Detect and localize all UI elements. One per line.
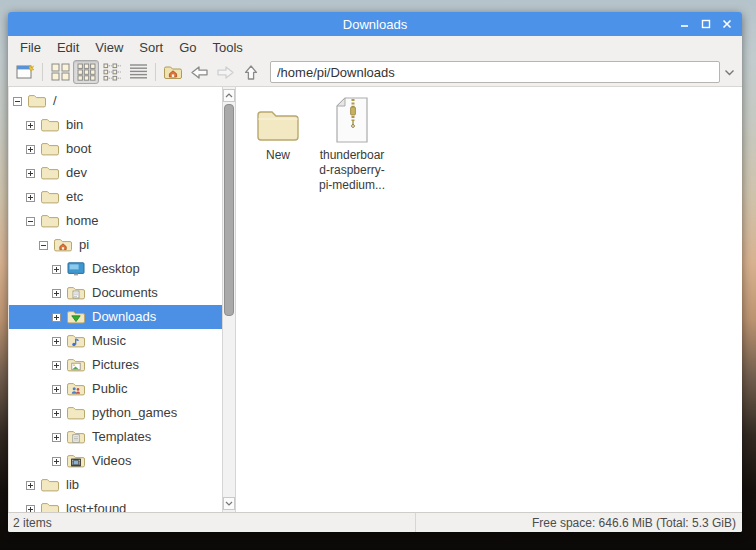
close-icon[interactable] [720, 17, 734, 31]
expand-plus-icon[interactable] [26, 193, 35, 202]
tree-item-label: boot [66, 137, 91, 161]
minimize-icon[interactable] [678, 17, 692, 31]
folder-icon [40, 189, 60, 205]
tree-item-documents[interactable]: Documents [9, 281, 222, 305]
tree-item-lib[interactable]: lib [9, 473, 222, 497]
expand-plus-icon[interactable] [52, 289, 61, 298]
tree-item-label: lib [66, 473, 79, 497]
tree-item-dev[interactable]: dev [9, 161, 222, 185]
music-folder-icon [66, 333, 86, 349]
toolbar-separator [42, 63, 43, 81]
compact-view-button[interactable] [99, 60, 125, 84]
window-title: Downloads [343, 17, 407, 32]
folder-icon [40, 501, 60, 512]
collapse-minus-icon[interactable] [13, 97, 22, 106]
expand-plus-icon[interactable] [52, 265, 61, 274]
new-window-icon [16, 64, 34, 80]
collapse-minus-icon[interactable] [39, 241, 48, 250]
collapse-minus-icon[interactable] [26, 217, 35, 226]
file-item-thunderboar[interactable]: thunderboard-raspberry-pi-medium... [316, 95, 388, 193]
file-item-new[interactable]: New [242, 95, 314, 163]
tree-item-videos[interactable]: Videos [9, 449, 222, 473]
expand-plus-icon[interactable] [26, 481, 35, 490]
menu-view[interactable]: View [87, 38, 131, 57]
tree-item-label: pi [79, 233, 89, 257]
downloads-folder-icon [66, 309, 86, 325]
tree-item-label: Desktop [92, 257, 140, 281]
tree-item-etc[interactable]: etc [9, 185, 222, 209]
detailed-list-view-button[interactable] [125, 60, 151, 84]
tree-item--[interactable]: / [9, 89, 222, 113]
expand-plus-icon[interactable] [26, 169, 35, 178]
tree-item-templates[interactable]: Templates [9, 425, 222, 449]
content-area: /binbootdevetchomepiDesktopDocumentsDown… [8, 87, 742, 512]
up-button[interactable] [238, 60, 264, 84]
file-list-pane[interactable]: Newthunderboard-raspberry-pi-medium... [236, 87, 742, 512]
icon-view-button[interactable] [47, 60, 73, 84]
menu-edit[interactable]: Edit [49, 38, 87, 57]
folder-icon [40, 141, 60, 157]
tree-item-pictures[interactable]: Pictures [9, 353, 222, 377]
public-folder-icon [66, 381, 86, 397]
expand-plus-icon[interactable] [52, 313, 61, 322]
folder-icon [40, 213, 60, 229]
expand-plus-icon[interactable] [52, 361, 61, 370]
scrollbar-thumb[interactable] [224, 104, 234, 316]
tree-item-label: Templates [92, 425, 151, 449]
maximize-icon[interactable] [699, 17, 713, 31]
templates-folder-icon [66, 429, 86, 445]
expand-plus-icon[interactable] [26, 145, 35, 154]
sidebar-scrollbar[interactable] [222, 87, 236, 512]
icon-view-icon [51, 63, 70, 81]
scroll-up-icon[interactable] [223, 89, 235, 102]
expand-plus-icon[interactable] [26, 505, 35, 513]
path-input[interactable] [270, 61, 720, 83]
path-dropdown-button[interactable] [720, 61, 738, 83]
tree-item-label: Documents [92, 281, 158, 305]
chevron-down-icon [724, 69, 735, 76]
new-window-button[interactable] [12, 60, 38, 84]
tree-item-public[interactable]: Public [9, 377, 222, 401]
titlebar[interactable]: Downloads [8, 12, 742, 36]
home-button[interactable] [160, 60, 186, 84]
tree-item-downloads[interactable]: Downloads [9, 305, 222, 329]
forward-button[interactable] [212, 60, 238, 84]
home-folder-icon [163, 64, 183, 81]
expand-plus-icon[interactable] [52, 457, 61, 466]
expand-plus-icon[interactable] [52, 337, 61, 346]
menu-sort[interactable]: Sort [131, 38, 171, 57]
tree-item-lost-found[interactable]: lost+found [9, 497, 222, 512]
back-button[interactable] [186, 60, 212, 84]
menu-file[interactable]: File [12, 38, 49, 57]
folder-icon [66, 405, 86, 421]
file-item-label: New [266, 148, 290, 163]
tree-item-label: bin [66, 113, 83, 137]
expand-plus-icon[interactable] [52, 385, 61, 394]
tree-item-pi[interactable]: pi [9, 233, 222, 257]
file-item-label: thunderboard-raspberry-pi-medium... [319, 148, 385, 193]
menu-tools[interactable]: Tools [205, 38, 251, 57]
expand-plus-icon[interactable] [52, 433, 61, 442]
thumbnail-view-button[interactable] [73, 60, 99, 84]
detailed-list-icon [129, 63, 148, 81]
tree-item-label: Public [92, 377, 127, 401]
scroll-down-icon[interactable] [223, 497, 235, 510]
zip-file-icon [336, 95, 368, 143]
folder-icon [40, 165, 60, 181]
tree-item-label: lost+found [66, 497, 126, 512]
menu-go[interactable]: Go [171, 38, 204, 57]
tree-item-python-games[interactable]: python_games [9, 401, 222, 425]
tree-item-bin[interactable]: bin [9, 113, 222, 137]
tree-item-boot[interactable]: boot [9, 137, 222, 161]
item-count: 2 items [8, 513, 416, 532]
expand-plus-icon[interactable] [26, 121, 35, 130]
tree-item-home[interactable]: home [9, 209, 222, 233]
tree-item-music[interactable]: Music [9, 329, 222, 353]
home-folder-icon [53, 237, 73, 253]
tree-item-desktop[interactable]: Desktop [9, 257, 222, 281]
tree-item-label: Downloads [92, 305, 156, 329]
free-space: Free space: 646.6 MiB (Total: 5.3 GiB) [416, 516, 742, 530]
file-manager-window: Downloads FileEditViewSortGoTools /binbo… [8, 12, 742, 532]
menubar: FileEditViewSortGoTools [8, 36, 742, 58]
expand-plus-icon[interactable] [52, 409, 61, 418]
